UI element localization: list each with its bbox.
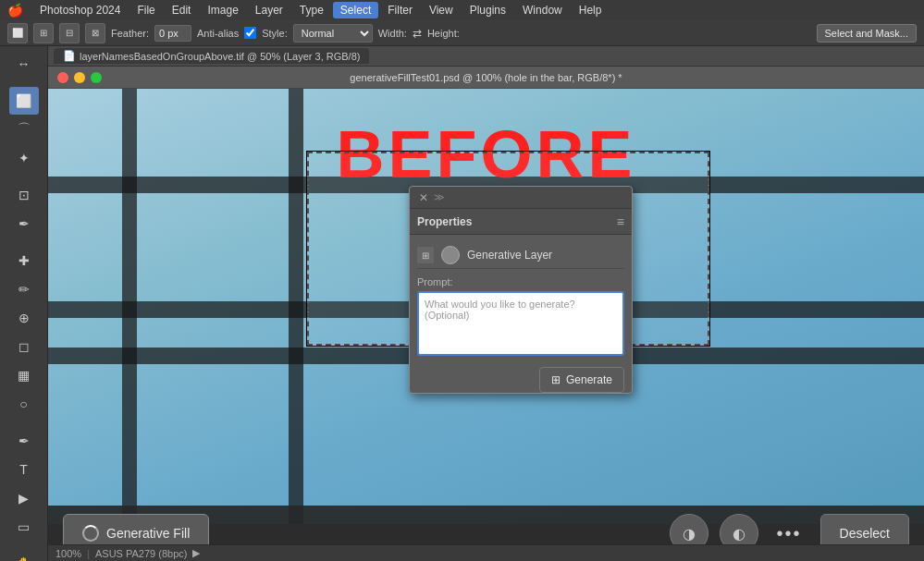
panel-title: Properties xyxy=(417,215,472,228)
panel-header: ✕ ≫ xyxy=(410,187,632,209)
toolbar-section-select: ⬜ ⌒ ✦ xyxy=(0,87,47,172)
background-tab-title: layerNamesBasedOnGroupAbove.tif @ 50% (L… xyxy=(80,51,360,62)
menu-item-plugins[interactable]: Plugins xyxy=(462,2,513,18)
feather-label: Feather: xyxy=(111,28,149,39)
pen-tool-btn[interactable]: ✒ xyxy=(9,427,39,455)
generate-button[interactable]: ⊞ Generate xyxy=(539,367,624,393)
traffic-lights xyxy=(57,72,102,83)
prompt-label: Prompt: xyxy=(417,276,624,287)
toolbar-section-vector: ✒ T ▶ ▭ xyxy=(0,427,47,541)
options-bar: ⬜ ⊞ ⊟ ⊠ Feather: Anti-alias Style: Norma… xyxy=(0,20,924,46)
panel-menu-icon[interactable]: ≡ xyxy=(617,214,624,229)
layer-type-icon: ⊞ xyxy=(417,247,434,263)
select-mask-button[interactable]: Select and Mask... xyxy=(817,24,918,43)
canvas-area: 📄 layerNamesBasedOnGroupAbove.tif @ 50% … xyxy=(48,46,924,561)
layer-thumbnail-icon xyxy=(441,246,460,264)
prompt-textarea[interactable] xyxy=(417,291,624,356)
menu-item-view[interactable]: View xyxy=(422,2,461,18)
menu-item-file[interactable]: File xyxy=(129,2,162,18)
path-select-tool-btn[interactable]: ▶ xyxy=(9,484,39,512)
lasso-tool-btn[interactable]: ⌒ xyxy=(9,116,39,143)
minimize-button[interactable] xyxy=(74,72,85,83)
subtract-selection-btn[interactable]: ⊟ xyxy=(59,23,80,43)
brush-tool-btn[interactable]: ✏ xyxy=(9,275,39,303)
marquee-tool-btn[interactable]: ⬜ xyxy=(9,87,39,115)
crop-tool-btn[interactable]: ⊡ xyxy=(9,181,39,209)
generate-label: Generate xyxy=(566,373,612,386)
shape-tool-btn[interactable]: ▭ xyxy=(9,513,39,541)
status-bar: 100% | ASUS PA279 (8bpc) ▶ xyxy=(48,544,924,561)
toolbar: ↔ ⬜ ⌒ ✦ ⊡ ✒ ✚ ✏ ⊕ ◻ ▦ ○ ✒ T ▶ ▭ xyxy=(0,46,48,561)
height-label: Height: xyxy=(427,28,460,39)
menu-item-type[interactable]: Type xyxy=(292,2,331,18)
generative-fill-label: Generative Fill xyxy=(106,526,190,541)
menu-bar: 🍎 Photoshop 2024 File Edit Image Layer T… xyxy=(0,0,924,20)
magic-wand-tool-btn[interactable]: ✦ xyxy=(9,144,39,172)
gradient-tool-btn[interactable]: ▦ xyxy=(9,361,39,389)
close-button[interactable] xyxy=(57,72,68,83)
move-tool-btn[interactable]: ↔ xyxy=(9,50,39,78)
window-bar-v2 xyxy=(289,89,303,524)
toolbar-section-nav: ✋ 🔍 xyxy=(0,550,47,561)
menu-item-filter[interactable]: Filter xyxy=(380,2,420,18)
properties-panel: ✕ ≫ Properties ≡ ⊞ Generative Layer xyxy=(409,186,633,394)
anti-alias-label: Anti-alias xyxy=(197,28,239,39)
menu-item-layer[interactable]: Layer xyxy=(248,2,290,18)
menu-item-select[interactable]: Select xyxy=(333,2,378,18)
loading-spinner-icon xyxy=(82,525,99,542)
feather-input[interactable] xyxy=(154,25,191,42)
tab-strip: 📄 layerNamesBasedOnGroupAbove.tif @ 50% … xyxy=(48,46,924,67)
background-tab-icon: 📄 xyxy=(63,50,76,62)
anti-alias-checkbox[interactable] xyxy=(244,27,256,39)
status-arrow-btn[interactable]: ▶ xyxy=(192,547,200,559)
main-window: generativeFillTest01.psd @ 100% (hole in… xyxy=(48,67,924,561)
gen-fill-more-button[interactable]: ••• xyxy=(770,523,809,544)
menu-item-photoshop[interactable]: Photoshop 2024 xyxy=(32,2,128,18)
menu-item-help[interactable]: Help xyxy=(572,2,610,18)
toolbar-section-move: ↔ xyxy=(0,50,47,78)
window-bar-v1 xyxy=(122,89,137,524)
toolbar-section-transform: ⊡ ✒ xyxy=(0,181,47,238)
maximize-button[interactable] xyxy=(91,72,102,83)
panel-close-button[interactable]: ✕ xyxy=(417,191,430,204)
dodge-tool-btn[interactable]: ○ xyxy=(9,390,39,418)
zoom-level: 100% xyxy=(55,548,81,559)
layer-name-label: Generative Layer xyxy=(467,249,552,262)
type-tool-btn[interactable]: T xyxy=(9,456,39,483)
hand-tool-btn[interactable]: ✋ xyxy=(9,550,39,561)
color-profile: ASUS PA279 (8bpc) xyxy=(95,548,187,559)
layer-row: ⊞ Generative Layer xyxy=(417,242,624,269)
window-title-bar: generativeFillTest01.psd @ 100% (hole in… xyxy=(48,67,924,89)
width-label: Width: xyxy=(378,28,407,39)
add-selection-btn[interactable]: ⊞ xyxy=(33,23,54,43)
panel-content: ⊞ Generative Layer Prompt: ⊞ Generate xyxy=(410,235,632,367)
eraser-tool-btn[interactable]: ◻ xyxy=(9,333,39,360)
menu-item-edit[interactable]: Edit xyxy=(165,2,199,18)
intersect-selection-btn[interactable]: ⊠ xyxy=(85,23,105,43)
menu-item-image[interactable]: Image xyxy=(200,2,245,18)
healing-tool-btn[interactable]: ✚ xyxy=(9,247,39,274)
panel-title-bar: Properties ≡ xyxy=(410,209,632,235)
background-tab[interactable]: 📄 layerNamesBasedOnGroupAbove.tif @ 50% … xyxy=(54,48,369,64)
style-label: Style: xyxy=(262,28,288,39)
apple-menu[interactable]: 🍎 xyxy=(7,3,23,18)
menu-item-window[interactable]: Window xyxy=(515,2,570,18)
main-layout: ↔ ⬜ ⌒ ✦ ⊡ ✒ ✚ ✏ ⊕ ◻ ▦ ○ ✒ T ▶ ▭ xyxy=(0,46,924,561)
canvas-viewport[interactable]: BEFORE Generative Fill ◑ ◐ ••• Deselect xyxy=(48,89,924,561)
window-title: generativeFillTest01.psd @ 100% (hole in… xyxy=(350,72,622,83)
eyedropper-tool-btn[interactable]: ✒ xyxy=(9,210,39,238)
clone-tool-btn[interactable]: ⊕ xyxy=(9,304,39,332)
generate-icon: ⊞ xyxy=(551,373,561,386)
new-selection-btn[interactable]: ⬜ xyxy=(7,23,28,43)
toolbar-section-retouch: ✚ ✏ ⊕ ◻ ▦ ○ xyxy=(0,247,47,418)
swap-dimensions-icon[interactable]: ⇄ xyxy=(413,27,422,40)
before-text: BEFORE xyxy=(336,116,635,192)
style-select[interactable]: Normal Fixed Ratio Fixed Size xyxy=(293,24,373,43)
